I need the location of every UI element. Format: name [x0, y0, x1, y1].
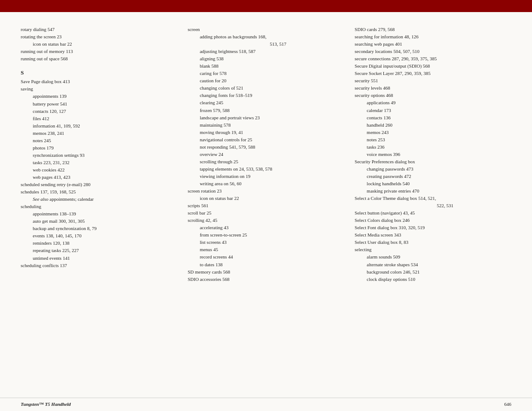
list-item: tapping elements on 24, 533, 538, 578	[188, 165, 345, 173]
list-item: Select Font dialog box 310, 320, 519	[355, 224, 511, 231]
footer-title: Tungsten™ T5 Handheld	[21, 402, 71, 407]
list-item: from screen-to-screen 25	[188, 231, 345, 239]
list-item: scheduling conflicts 137	[21, 262, 177, 269]
list-item: screen	[188, 26, 345, 33]
list-item: SDIO cards 279, 568	[355, 26, 511, 33]
list-item: changing fonts for 518–519	[188, 92, 345, 99]
list-item: rotating the screen 23	[21, 33, 177, 40]
list-item: reminders 120, 138	[21, 240, 177, 247]
list-item: notes 245	[21, 137, 177, 144]
list-item: running out of memory 113	[21, 48, 177, 55]
page-container: rotary dialing 547rotating the screen 23…	[0, 12, 532, 411]
list-item: secure connections 287, 290, 359, 375, 3…	[355, 55, 511, 62]
list-item: moving through 19, 41	[188, 129, 345, 136]
list-item: Select a Color Theme dialog box 514, 521…	[355, 195, 511, 202]
list-item: applications 49	[355, 99, 511, 106]
list-item: running out of space 568	[21, 55, 177, 62]
list-item: SDIO accessories 568	[188, 276, 345, 283]
list-item: to dates 138	[188, 261, 345, 268]
list-item: scripts 561	[188, 202, 345, 209]
list-item: icon on status bar 22	[188, 195, 345, 202]
list-item: See also appointments; calendar	[21, 196, 177, 203]
list-item: tasks 236	[355, 143, 511, 151]
list-item: writing area on 56, 60	[188, 180, 345, 187]
list-item: caring for 578	[188, 70, 345, 77]
list-item: changing passwords 473	[355, 165, 511, 173]
list-item: menus 45	[188, 246, 345, 253]
list-item: alarm sounds 509	[355, 253, 511, 261]
list-item: searching for information 48, 126	[355, 33, 511, 40]
list-item: Save Page dialog box 413	[21, 78, 177, 85]
footer-page: 646	[504, 402, 512, 407]
list-item: calendar 173	[355, 107, 511, 114]
list-item: appointments 138–139	[21, 210, 177, 218]
list-item: scroll bar 25	[188, 209, 345, 217]
list-item: overview 24	[188, 151, 345, 158]
list-item: navigational controls for 25	[188, 136, 345, 143]
list-item: changing colors of 521	[188, 84, 345, 92]
list-item: photos 179	[21, 144, 177, 152]
list-item: blank 588	[188, 62, 345, 70]
list-item: web cookies 422	[21, 166, 177, 174]
list-item: alternate stroke shapes 534	[355, 261, 511, 268]
list-item: events 138, 140, 145, 170	[21, 232, 177, 240]
list-item: masking private entries 470	[355, 187, 511, 195]
list-item: memos 243	[355, 129, 511, 136]
list-item: maintaining 578	[188, 121, 345, 129]
list-item: screen rotation 23	[188, 187, 345, 195]
list-item: backup and synchronization 8, 79	[21, 225, 177, 232]
list-item: list screens 43	[188, 239, 345, 246]
list-item: frozen 579, 588	[188, 107, 345, 114]
list-item: Select Media screen 343	[355, 231, 511, 239]
content-area: rotary dialing 547rotating the screen 23…	[0, 12, 532, 398]
list-item: battery power 541	[21, 100, 177, 108]
list-item: scrolling 42, 45	[188, 217, 345, 224]
list-item: Select User dialog box 8, 83	[355, 239, 511, 246]
list-item: caution for 20	[188, 77, 345, 84]
list-item: voice memos 396	[355, 151, 511, 158]
list-item: record screens 44	[188, 253, 345, 261]
list-item: adding photos as backgrounds 168,	[188, 33, 345, 40]
list-item: landscape and portrait views 23	[188, 114, 345, 121]
list-item: Select Colors dialog box 246	[355, 217, 511, 224]
list-item: security 551	[355, 77, 511, 84]
list-item: adjusting brightness 518, 587	[188, 48, 345, 55]
list-item: Secure Socket Layer 287, 290, 359, 385	[355, 70, 511, 77]
index-column-col2: screenadding photos as backgrounds 168,5…	[188, 26, 355, 389]
list-item: files 412	[21, 115, 177, 122]
list-item: background colors 246, 521	[355, 268, 511, 276]
list-item: appointments 139	[21, 93, 177, 100]
list-item: contacts 120, 127	[21, 108, 177, 115]
list-item: 513, 517	[188, 40, 345, 48]
top-bar	[0, 0, 532, 12]
list-item: viewing information on 19	[188, 173, 345, 180]
list-item: clock display options 510	[355, 276, 511, 283]
list-item: scheduling	[21, 203, 177, 210]
list-item: web pages 413, 423	[21, 174, 177, 181]
list-item: S	[21, 68, 177, 77]
list-item: synchronization settings 93	[21, 152, 177, 159]
list-item: untimed events 141	[21, 255, 177, 262]
list-item: searching web pages 401	[355, 40, 511, 48]
list-item: Select button (navigator) 43, 45	[355, 209, 511, 217]
list-item: rotary dialing 547	[21, 26, 177, 33]
list-item: 522, 531	[355, 202, 511, 209]
list-item: SD memory cards 568	[188, 268, 345, 276]
list-item: Security Preferences dialog box	[355, 158, 511, 165]
list-item: scrolling through 25	[188, 158, 345, 165]
list-item: information 41, 109, 592	[21, 122, 177, 130]
list-item: notes 253	[355, 136, 511, 143]
list-item: locking handhelds 540	[355, 180, 511, 187]
index-column-col1: rotary dialing 547rotating the screen 23…	[21, 26, 188, 389]
list-item: selecting	[355, 246, 511, 253]
list-item: accelerating 43	[188, 224, 345, 231]
list-item: security options 468	[355, 92, 511, 99]
list-item: secondary locations 504, 507, 510	[355, 48, 511, 55]
list-item: schedules 137, 159, 168, 525	[21, 188, 177, 196]
list-item: contacts 136	[355, 114, 511, 121]
list-item: creating passwords 472	[355, 173, 511, 180]
list-item: auto get mail 300, 301, 305	[21, 218, 177, 225]
list-item: clearing 245	[188, 99, 345, 106]
list-item: handheld 260	[355, 121, 511, 129]
list-item: repeating tasks 225, 227	[21, 247, 177, 254]
